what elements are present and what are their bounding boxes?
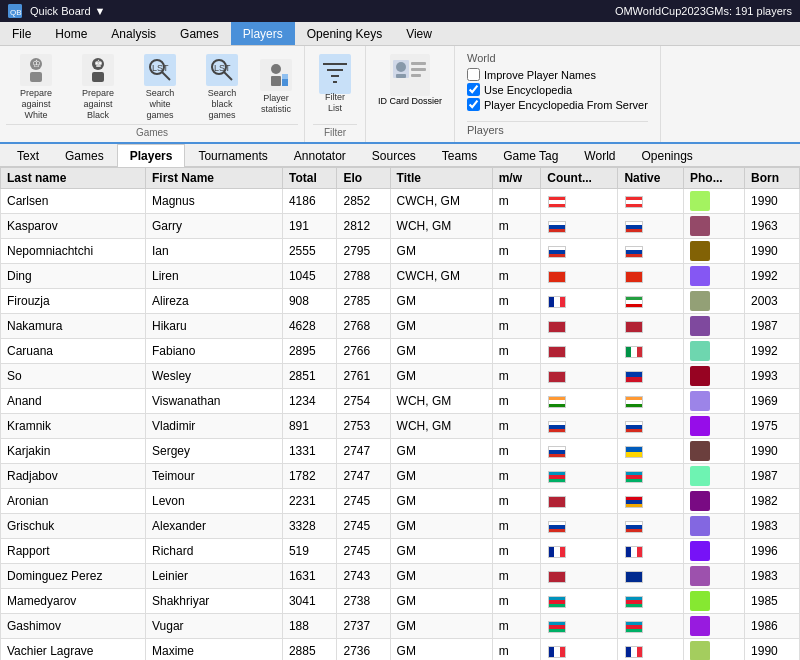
table-row[interactable]: KarjakinSergey13312747GMm1990 — [1, 439, 800, 464]
tab-game-tag[interactable]: Game Tag — [490, 144, 571, 167]
table-row[interactable]: KramnikVladimir8912753WCH, GMm1975 — [1, 414, 800, 439]
avatar — [690, 191, 710, 211]
cell-elo: 2745 — [337, 489, 390, 514]
avatar — [690, 616, 710, 636]
col-mw[interactable]: m/w — [492, 168, 541, 189]
search-black-button[interactable]: LST Searchblack games — [192, 50, 252, 124]
cell-mw: m — [492, 464, 541, 489]
tab-openings[interactable]: Openings — [628, 144, 705, 167]
col-first-name[interactable]: First Name — [145, 168, 282, 189]
svg-text:♔: ♔ — [32, 58, 41, 69]
table-row[interactable]: Dominguez PerezLeinier16312743GMm1983 — [1, 564, 800, 589]
search-white-button[interactable]: LST Searchwhite games — [130, 50, 190, 124]
flag-no — [548, 196, 566, 208]
menu-item-players[interactable]: Players — [231, 22, 295, 45]
table-row[interactable]: CarlsenMagnus41862852CWCH, GMm1990 — [1, 189, 800, 214]
menu-item-analysis[interactable]: Analysis — [99, 22, 168, 45]
cell-born: 1993 — [745, 364, 800, 389]
col-title[interactable]: Title — [390, 168, 492, 189]
tab-text[interactable]: Text — [4, 144, 52, 167]
main-table-container[interactable]: Last name First Name Total Elo Title m/w… — [0, 167, 800, 660]
filter-list-label: FilterList — [325, 92, 345, 114]
table-row[interactable]: GashimovVugar1882737GMm1986 — [1, 614, 800, 639]
table-row[interactable]: DingLiren10452788CWCH, GMm1992 — [1, 264, 800, 289]
player-encyclopedia-checkbox[interactable] — [467, 98, 480, 111]
table-row[interactable]: GrischukAlexander33282745GMm1983 — [1, 514, 800, 539]
cell-native-flag — [618, 564, 684, 589]
flag-ru — [548, 246, 566, 258]
menu-item-view[interactable]: View — [394, 22, 444, 45]
table-row[interactable]: SoWesley28512761GMm1993 — [1, 364, 800, 389]
dropdown-arrow[interactable]: ▼ — [95, 5, 106, 17]
cell-photo — [684, 264, 745, 289]
col-count[interactable]: Count... — [541, 168, 618, 189]
cell-photo — [684, 289, 745, 314]
flag-ir — [625, 296, 643, 308]
cell-photo — [684, 339, 745, 364]
table-row[interactable]: KasparovGarry1912812WCH, GMm1963 — [1, 214, 800, 239]
avatar — [690, 466, 710, 486]
table-row[interactable]: NepomniachtchiIan25552795GMm1990 — [1, 239, 800, 264]
cell-title: WCH, GM — [390, 389, 492, 414]
cell-born: 1987 — [745, 314, 800, 339]
flag-az — [548, 621, 566, 633]
col-elo[interactable]: Elo — [337, 168, 390, 189]
cell-elo: 2754 — [337, 389, 390, 414]
cell-mw: m — [492, 314, 541, 339]
table-row[interactable]: NakamuraHikaru46282768GMm1987 — [1, 314, 800, 339]
cell-elo: 2761 — [337, 364, 390, 389]
tab-players[interactable]: Players — [117, 144, 186, 167]
flag-ua — [625, 446, 643, 458]
player-stats-button[interactable]: Playerstatistic — [254, 55, 298, 119]
cell-count-flag — [541, 339, 618, 364]
flag-ru — [625, 221, 643, 233]
prepare-black-label: Prepareagainst Black — [74, 88, 122, 120]
tab-games[interactable]: Games — [52, 144, 117, 167]
tab-teams[interactable]: Teams — [429, 144, 490, 167]
use-encyclopedia-checkbox[interactable] — [467, 83, 480, 96]
filter-list-button[interactable]: FilterList — [313, 54, 357, 118]
col-born[interactable]: Born — [745, 168, 800, 189]
menu-item-games[interactable]: Games — [168, 22, 231, 45]
menu-item-opening-keys[interactable]: Opening Keys — [295, 22, 394, 45]
use-encyclopedia-label[interactable]: Use Encyclopedia — [467, 83, 648, 96]
table-row[interactable]: CaruanaFabiano28952766GMm1992 — [1, 339, 800, 364]
col-last-name[interactable]: Last name — [1, 168, 146, 189]
cell-photo — [684, 314, 745, 339]
player-encyclopedia-label[interactable]: Player Encyclopedia From Server — [467, 98, 648, 111]
cell-born: 1983 — [745, 564, 800, 589]
table-row[interactable]: AronianLevon22312745GMm1982 — [1, 489, 800, 514]
cell-total: 908 — [282, 289, 337, 314]
menu-item-file[interactable]: File — [0, 22, 43, 45]
tab-world[interactable]: World — [571, 144, 628, 167]
tab-sources[interactable]: Sources — [359, 144, 429, 167]
cell-title: GM — [390, 489, 492, 514]
menu-item-home[interactable]: Home — [43, 22, 99, 45]
cell-total: 191 — [282, 214, 337, 239]
prepare-white-button[interactable]: ♔ Prepareagainst White — [6, 50, 66, 124]
col-photo[interactable]: Pho... — [684, 168, 745, 189]
tab-tournaments[interactable]: Tournaments — [185, 144, 280, 167]
improve-player-names-checkbox[interactable] — [467, 68, 480, 81]
idcard-icon — [390, 54, 430, 96]
col-total[interactable]: Total — [282, 168, 337, 189]
tab-annotator[interactable]: Annotator — [281, 144, 359, 167]
table-row[interactable]: MamedyarovShakhriyar30412738GMm1985 — [1, 589, 800, 614]
table-row[interactable]: AnandViswanathan12342754WCH, GMm1969 — [1, 389, 800, 414]
cell-first: Shakhriyar — [145, 589, 282, 614]
flag-in — [548, 396, 566, 408]
ribbon-idcard-group: ID Card Dossier — [366, 46, 455, 142]
cell-total: 2895 — [282, 339, 337, 364]
improve-player-names-label[interactable]: Improve Player Names — [467, 68, 648, 81]
cell-mw: m — [492, 214, 541, 239]
idcard-button[interactable]: ID Card Dossier — [374, 50, 446, 110]
table-row[interactable]: RadjabovTeimour17822747GMm1987 — [1, 464, 800, 489]
table-row[interactable]: RapportRichard5192745GMm1996 — [1, 539, 800, 564]
prepare-black-button[interactable]: ♚ Prepareagainst Black — [68, 50, 128, 124]
cell-last: Mamedyarov — [1, 589, 146, 614]
col-native[interactable]: Native — [618, 168, 684, 189]
table-row[interactable]: FirouzjaAlireza9082785GMm2003 — [1, 289, 800, 314]
cell-last: Aronian — [1, 489, 146, 514]
table-row[interactable]: Vachier LagraveMaxime28852736GMm1990 — [1, 639, 800, 660]
cell-native-flag — [618, 589, 684, 614]
